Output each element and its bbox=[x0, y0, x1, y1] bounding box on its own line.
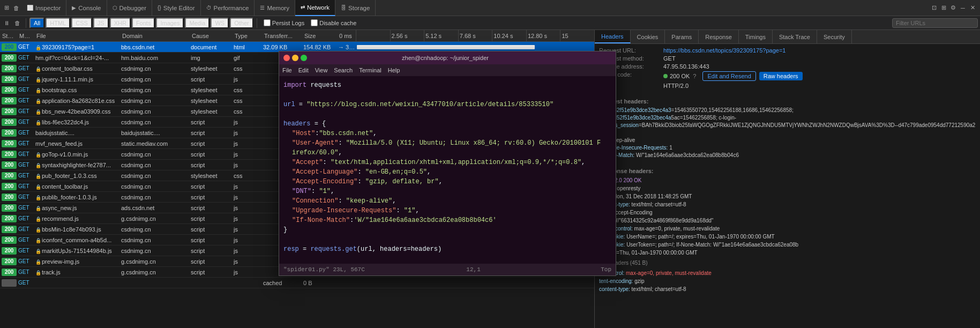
method-cell: GET bbox=[18, 258, 35, 264]
menu-terminal[interactable]: Terminal bbox=[359, 67, 381, 73]
pause-icon[interactable]: ⏸ bbox=[2, 19, 11, 27]
terminal-titlebar: zhen@cnhadoop: ~/junior_spider bbox=[279, 51, 616, 64]
status-badge: 200 bbox=[2, 258, 17, 265]
col-transfer[interactable]: Transferr... bbox=[262, 33, 302, 39]
settings-icon[interactable]: ⚙ bbox=[949, 4, 957, 12]
filter-css[interactable]: CSS bbox=[71, 18, 92, 28]
file-cell: 🔒bbs_new-42bea03909.css bbox=[35, 108, 121, 115]
type-cell: js bbox=[234, 151, 263, 158]
cause-cell: script bbox=[191, 205, 234, 211]
toolbar-icon-1[interactable]: ⊞ bbox=[2, 4, 11, 12]
toolbar-icon-2[interactable]: 🗑 bbox=[12, 4, 20, 12]
terminal-min-btn[interactable] bbox=[292, 55, 298, 61]
menu-edit[interactable]: Edit bbox=[298, 67, 309, 73]
col-file[interactable]: File bbox=[34, 33, 120, 39]
tab-network[interactable]: ⇄ Network bbox=[295, 0, 335, 16]
edit-resend-btn[interactable]: Edit and Resend bbox=[702, 71, 755, 81]
col-cause[interactable]: Cause bbox=[190, 33, 233, 39]
col-type[interactable]: Type bbox=[233, 33, 262, 39]
filter-url-input[interactable] bbox=[892, 18, 978, 28]
tab-style-editor[interactable]: {} Style Editor bbox=[152, 0, 201, 16]
filter-xhr[interactable]: XHR bbox=[110, 18, 131, 28]
filter-other[interactable]: Other bbox=[230, 18, 253, 28]
raw-headers-btn[interactable]: Raw headers bbox=[759, 72, 803, 80]
domain-cell: g.csdnimg.cn bbox=[121, 258, 191, 265]
tab-timings[interactable]: Timings bbox=[739, 30, 773, 43]
layout-icon[interactable]: ⊡ bbox=[930, 4, 938, 12]
tab-stack-trace[interactable]: Stack Trace bbox=[773, 30, 817, 43]
tab-params[interactable]: Params bbox=[665, 30, 699, 43]
status-dot bbox=[663, 74, 668, 78]
filter-media[interactable]: Media bbox=[185, 18, 210, 28]
file-cell: 🔒recommend.js bbox=[35, 215, 121, 222]
tab-security[interactable]: Security bbox=[817, 30, 852, 43]
file-cell: 🔒markitUpJs-715144984b.js bbox=[35, 248, 121, 254]
col-method[interactable]: Meth... bbox=[17, 33, 34, 39]
col-size[interactable]: Size bbox=[302, 33, 337, 39]
terminal-close-btn[interactable] bbox=[283, 55, 290, 61]
filter-js[interactable]: JS bbox=[93, 18, 109, 28]
file-cell: 🔒content_toolbar.js bbox=[35, 183, 121, 190]
layout2-icon[interactable]: ⊞ bbox=[939, 4, 948, 12]
persist-logs-label[interactable]: Persist Logs bbox=[264, 19, 305, 26]
domain-cell: csdnimg.cn bbox=[121, 226, 191, 233]
file-cell: 🔒content_toolbar.css bbox=[35, 65, 121, 72]
persist-logs-checkbox[interactable] bbox=[264, 19, 271, 26]
status-badge: 200 bbox=[2, 65, 17, 72]
domain-cell: csdnimg.cn bbox=[121, 119, 191, 125]
menu-file[interactable]: File bbox=[282, 67, 292, 73]
status-badge: 200 bbox=[2, 97, 17, 105]
domain-cell: csdnimg.cn bbox=[121, 87, 191, 93]
type-cell: css bbox=[234, 108, 263, 115]
filter-images[interactable]: Images bbox=[156, 18, 184, 28]
tab-inspector[interactable]: ⬜ Inspector bbox=[21, 0, 66, 16]
tab-performance[interactable]: ⏱ Performance bbox=[201, 0, 255, 16]
type-cell: js bbox=[234, 248, 263, 254]
tab-storage[interactable]: 🗄 Storage bbox=[335, 0, 376, 16]
filter-html[interactable]: HTML bbox=[46, 18, 70, 28]
type-cell: js bbox=[234, 237, 263, 243]
col-time[interactable]: 0 ms bbox=[337, 33, 356, 39]
disable-cache-checkbox[interactable] bbox=[311, 19, 318, 26]
status-badge: 200 bbox=[2, 226, 17, 233]
cause-cell: script bbox=[191, 183, 234, 190]
code-line-dnt: "DNT": "1", bbox=[283, 187, 611, 196]
remote-address-row: Remote address: 47.95.50.136:443 bbox=[599, 63, 976, 70]
transfer-cell: cached bbox=[263, 280, 303, 286]
status-badge: 200 bbox=[2, 236, 17, 244]
tl-tick-5: 12.80 s bbox=[526, 30, 560, 42]
type-cell: js bbox=[234, 226, 263, 233]
menu-help[interactable]: Help bbox=[388, 67, 400, 73]
code-line-host: "Host":"bbs.csdn.net", bbox=[283, 129, 611, 138]
menu-search[interactable]: Search bbox=[334, 67, 353, 73]
method-cell: GET bbox=[18, 215, 35, 221]
right-panel: Headers Cookies Params Response Timings … bbox=[595, 30, 980, 328]
terminal-body[interactable]: import requests url = "https://blog.csdn… bbox=[279, 76, 616, 264]
col-status[interactable]: Sta... bbox=[0, 33, 17, 39]
col-domain[interactable]: Domain bbox=[120, 33, 190, 39]
code-line-1: import requests bbox=[283, 80, 611, 90]
tab-memory[interactable]: ☰ Memory bbox=[255, 0, 295, 16]
tab-headers[interactable]: Headers bbox=[595, 30, 631, 43]
close-icon[interactable]: ✕ bbox=[968, 4, 977, 12]
status-badge: 200 bbox=[2, 151, 17, 158]
tl-tick-6: 15 bbox=[560, 30, 594, 42]
type-cell: js bbox=[234, 130, 263, 136]
status-question[interactable]: ? bbox=[693, 73, 696, 79]
filter-all[interactable]: All bbox=[29, 18, 44, 28]
tab-debugger[interactable]: ⬡ Debugger bbox=[107, 0, 153, 16]
table-row[interactable]: GET cached 0 B bbox=[0, 278, 594, 288]
terminal-max-btn[interactable] bbox=[301, 55, 307, 61]
clear-icon[interactable]: 🗑 bbox=[13, 19, 21, 27]
domain-cell: ads.csdn.net bbox=[121, 205, 191, 211]
inspector-icon: ⬜ bbox=[27, 5, 33, 11]
filter-ws[interactable]: WS bbox=[211, 18, 229, 28]
disable-cache-label[interactable]: Disable cache bbox=[311, 19, 356, 26]
tab-cookies[interactable]: Cookies bbox=[631, 30, 665, 43]
minimize-icon[interactable]: ─ bbox=[959, 4, 967, 12]
tab-console[interactable]: ▶ Console bbox=[66, 0, 107, 16]
tab-response[interactable]: Response bbox=[699, 30, 739, 43]
method-cell: GET bbox=[18, 119, 35, 125]
filter-fonts[interactable]: Fonts bbox=[132, 18, 155, 28]
menu-view[interactable]: View bbox=[315, 67, 328, 73]
